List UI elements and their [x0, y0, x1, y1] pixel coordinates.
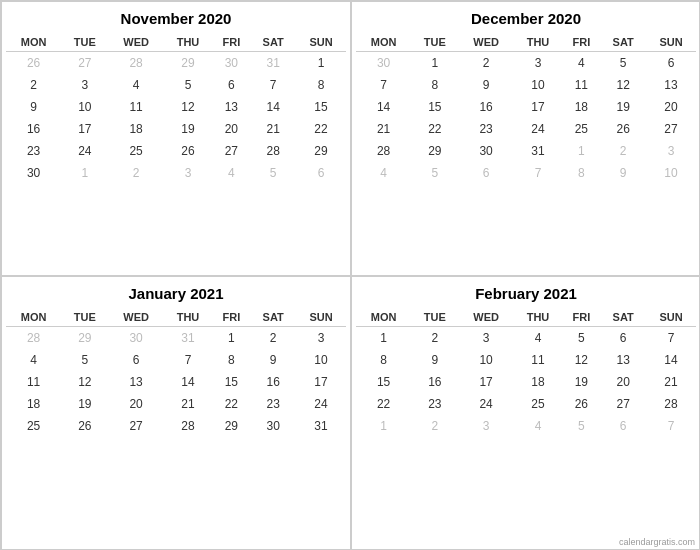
calendar-day[interactable]: 20 [600, 371, 646, 393]
calendar-day[interactable]: 13 [646, 74, 696, 96]
calendar-day[interactable]: 27 [109, 415, 164, 437]
calendar-day[interactable]: 10 [514, 74, 563, 96]
calendar-day[interactable]: 22 [356, 393, 411, 415]
calendar-day[interactable]: 4 [109, 74, 164, 96]
calendar-day[interactable]: 30 [6, 162, 61, 184]
calendar-day[interactable]: 21 [164, 393, 213, 415]
calendar-day[interactable]: 30 [356, 52, 411, 75]
calendar-day[interactable]: 13 [109, 371, 164, 393]
calendar-day[interactable]: 5 [411, 162, 458, 184]
calendar-day[interactable]: 11 [6, 371, 61, 393]
calendar-day[interactable]: 3 [164, 162, 213, 184]
calendar-day[interactable]: 21 [356, 118, 411, 140]
calendar-day[interactable]: 27 [646, 118, 696, 140]
calendar-day[interactable]: 27 [600, 393, 646, 415]
calendar-day[interactable]: 6 [600, 415, 646, 437]
calendar-day[interactable]: 4 [356, 162, 411, 184]
calendar-day[interactable]: 24 [514, 118, 563, 140]
calendar-day[interactable]: 9 [250, 349, 296, 371]
calendar-day[interactable]: 9 [459, 74, 514, 96]
calendar-day[interactable]: 12 [164, 96, 213, 118]
calendar-day[interactable]: 2 [459, 52, 514, 75]
calendar-day[interactable]: 25 [562, 118, 600, 140]
calendar-day[interactable]: 25 [514, 393, 563, 415]
calendar-day[interactable]: 10 [296, 349, 346, 371]
calendar-day[interactable]: 8 [411, 74, 458, 96]
calendar-day[interactable]: 5 [61, 349, 108, 371]
calendar-day[interactable]: 1 [356, 327, 411, 350]
calendar-day[interactable]: 1 [562, 140, 600, 162]
calendar-day[interactable]: 29 [61, 327, 108, 350]
calendar-day[interactable]: 22 [411, 118, 458, 140]
calendar-day[interactable]: 8 [562, 162, 600, 184]
calendar-day[interactable]: 28 [356, 140, 411, 162]
calendar-day[interactable]: 25 [109, 140, 164, 162]
calendar-day[interactable]: 7 [250, 74, 296, 96]
calendar-day[interactable]: 10 [61, 96, 108, 118]
calendar-day[interactable]: 13 [212, 96, 250, 118]
calendar-day[interactable]: 18 [514, 371, 563, 393]
calendar-day[interactable]: 14 [250, 96, 296, 118]
calendar-day[interactable]: 15 [296, 96, 346, 118]
calendar-day[interactable]: 19 [164, 118, 213, 140]
calendar-day[interactable]: 29 [411, 140, 458, 162]
calendar-day[interactable]: 18 [6, 393, 61, 415]
calendar-day[interactable]: 1 [356, 415, 411, 437]
calendar-day[interactable]: 3 [646, 140, 696, 162]
calendar-day[interactable]: 3 [514, 52, 563, 75]
calendar-day[interactable]: 29 [164, 52, 213, 75]
calendar-day[interactable]: 6 [109, 349, 164, 371]
calendar-day[interactable]: 2 [6, 74, 61, 96]
calendar-day[interactable]: 13 [600, 349, 646, 371]
calendar-day[interactable]: 28 [109, 52, 164, 75]
calendar-day[interactable]: 2 [411, 327, 458, 350]
calendar-day[interactable]: 18 [562, 96, 600, 118]
calendar-day[interactable]: 16 [6, 118, 61, 140]
calendar-day[interactable]: 12 [600, 74, 646, 96]
calendar-day[interactable]: 3 [459, 327, 514, 350]
calendar-day[interactable]: 9 [600, 162, 646, 184]
calendar-day[interactable]: 12 [61, 371, 108, 393]
calendar-day[interactable]: 1 [212, 327, 250, 350]
calendar-day[interactable]: 18 [109, 118, 164, 140]
calendar-day[interactable]: 10 [646, 162, 696, 184]
calendar-day[interactable]: 26 [164, 140, 213, 162]
calendar-day[interactable]: 19 [562, 371, 600, 393]
calendar-day[interactable]: 30 [212, 52, 250, 75]
calendar-day[interactable]: 11 [514, 349, 563, 371]
calendar-day[interactable]: 24 [459, 393, 514, 415]
calendar-day[interactable]: 28 [6, 327, 61, 350]
calendar-day[interactable]: 2 [600, 140, 646, 162]
calendar-day[interactable]: 5 [164, 74, 213, 96]
calendar-day[interactable]: 2 [411, 415, 458, 437]
calendar-day[interactable]: 3 [61, 74, 108, 96]
calendar-day[interactable]: 21 [646, 371, 696, 393]
calendar-day[interactable]: 22 [296, 118, 346, 140]
calendar-day[interactable]: 31 [164, 327, 213, 350]
calendar-day[interactable]: 11 [109, 96, 164, 118]
calendar-day[interactable]: 30 [109, 327, 164, 350]
calendar-day[interactable]: 14 [356, 96, 411, 118]
calendar-day[interactable]: 19 [600, 96, 646, 118]
calendar-day[interactable]: 1 [61, 162, 108, 184]
calendar-day[interactable]: 6 [296, 162, 346, 184]
calendar-day[interactable]: 7 [164, 349, 213, 371]
calendar-day[interactable]: 28 [164, 415, 213, 437]
calendar-day[interactable]: 29 [296, 140, 346, 162]
calendar-day[interactable]: 16 [250, 371, 296, 393]
calendar-day[interactable]: 29 [212, 415, 250, 437]
calendar-day[interactable]: 4 [514, 327, 563, 350]
calendar-day[interactable]: 31 [250, 52, 296, 75]
calendar-day[interactable]: 7 [646, 415, 696, 437]
calendar-day[interactable]: 15 [411, 96, 458, 118]
calendar-day[interactable]: 6 [600, 327, 646, 350]
calendar-day[interactable]: 21 [250, 118, 296, 140]
calendar-day[interactable]: 22 [212, 393, 250, 415]
calendar-day[interactable]: 26 [562, 393, 600, 415]
calendar-day[interactable]: 1 [296, 52, 346, 75]
calendar-day[interactable]: 14 [646, 349, 696, 371]
calendar-day[interactable]: 8 [296, 74, 346, 96]
calendar-day[interactable]: 20 [109, 393, 164, 415]
calendar-day[interactable]: 7 [646, 327, 696, 350]
calendar-day[interactable]: 5 [562, 415, 600, 437]
